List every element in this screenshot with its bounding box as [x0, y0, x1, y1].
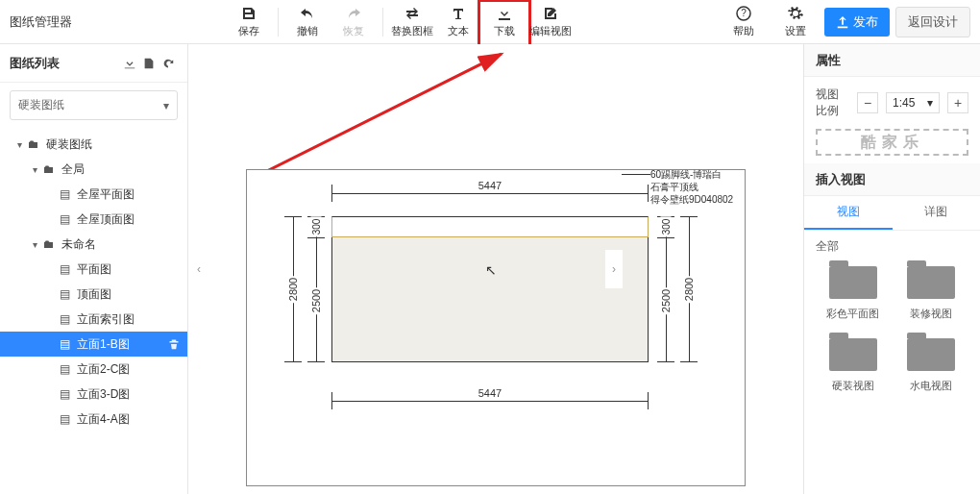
- brand-watermark: 酷家乐: [816, 129, 968, 156]
- insert-tabs: 视图 详图: [804, 196, 980, 231]
- tree-root[interactable]: ▾🖿硬装图纸: [0, 132, 187, 157]
- group-all-label: 全部: [804, 231, 980, 259]
- dim-height-right-outer: 2800: [677, 216, 700, 362]
- edit-view-icon: [542, 5, 559, 22]
- dim-top-seg-right: 300: [654, 216, 677, 237]
- tree-item[interactable]: ▤顶面图: [0, 282, 187, 307]
- dim-width-top: 5447: [331, 182, 649, 205]
- gear-icon: [787, 5, 804, 22]
- page-icon: ▤: [58, 212, 71, 226]
- toolbar-right: ? 帮助 设置 发布 返回设计: [721, 3, 970, 41]
- drawing-canvas[interactable]: ‹ 60踢脚线-博瑞白 石膏平顶线 得令壁纸9D040802 5447 5447…: [188, 44, 803, 494]
- download-button[interactable]: 下载: [481, 3, 527, 41]
- tree-group[interactable]: ▾🖿未命名: [0, 232, 187, 257]
- folder-icon: 🖿: [42, 237, 56, 251]
- thumb-decor-view[interactable]: 装修视图: [898, 266, 966, 321]
- dim-width-bottom: 5447: [331, 389, 649, 412]
- upload-icon: [836, 15, 849, 29]
- tree-item-selected[interactable]: ▤立面1-B图: [0, 332, 187, 357]
- folder-icon: 🖿: [27, 137, 40, 151]
- tree-item[interactable]: ▤立面2-C图: [0, 357, 187, 382]
- page-icon: ▤: [58, 412, 71, 426]
- chevron-down-icon: ▾: [927, 96, 933, 110]
- page-icon: ▤: [58, 387, 71, 401]
- tab-detail[interactable]: 详图: [893, 196, 981, 230]
- redo-button[interactable]: 恢复: [331, 3, 377, 41]
- folder-icon: [829, 266, 877, 299]
- thumb-mep-view[interactable]: 水电视图: [898, 338, 966, 393]
- top-toolbar: 图纸管理器 保存 撤销 恢复 替换图框 文本: [0, 0, 980, 44]
- callout-arrow: [252, 48, 521, 183]
- page-icon: ▤: [58, 262, 71, 276]
- prev-page-button[interactable]: ‹: [190, 250, 208, 288]
- drawing-sheet: 60踢脚线-博瑞白 石膏平顶线 得令壁纸9D040802 5447 5447 2…: [246, 169, 746, 486]
- elevation-ceiling-band: [331, 216, 649, 237]
- undo-button[interactable]: 撤销: [284, 3, 331, 41]
- view-thumbnails: 彩色平面图 装修视图 硬装视图 水电视图: [804, 259, 980, 410]
- tree-item[interactable]: ▤平面图: [0, 257, 187, 282]
- save-icon: [240, 5, 257, 22]
- tab-view[interactable]: 视图: [804, 196, 893, 230]
- replace-frame-button[interactable]: 替换图框: [389, 3, 435, 41]
- folder-icon: [907, 266, 955, 299]
- help-icon: ?: [735, 5, 752, 22]
- drawing-type-select[interactable]: 硬装图纸▾: [10, 90, 178, 120]
- refresh-icon[interactable]: [159, 54, 178, 73]
- swap-icon: [404, 5, 421, 22]
- undo-icon: [299, 5, 316, 22]
- ratio-select[interactable]: 1:45▾: [886, 92, 940, 113]
- folder-icon: 🖿: [42, 162, 56, 176]
- props-header: 属性: [804, 44, 980, 77]
- delete-icon[interactable]: [168, 338, 180, 350]
- chevron-down-icon: ▾: [163, 99, 169, 112]
- drawing-annotation: 60踢脚线-博瑞白 石膏平顶线 得令壁纸9D040802: [650, 168, 766, 206]
- left-sidebar: 图纸列表 硬装图纸▾ ▾🖿硬装图纸 ▾🖿全局 ▤全屋平面图 ▤全屋顶面图 ▾🖿未…: [0, 44, 188, 494]
- download-icon: [496, 5, 513, 22]
- settings-button[interactable]: 设置: [772, 3, 819, 41]
- svg-text:?: ?: [741, 8, 747, 18]
- ratio-plus-button[interactable]: +: [947, 92, 968, 113]
- tree-item[interactable]: ▤全屋平面图: [0, 182, 187, 207]
- back-button[interactable]: 返回设计: [895, 7, 970, 37]
- dim-height-left-inner: 2500: [305, 216, 328, 362]
- drawing-tree: ▾🖿硬装图纸 ▾🖿全局 ▤全屋平面图 ▤全屋顶面图 ▾🖿未命名 ▤平面图 ▤顶面…: [0, 128, 187, 494]
- next-page-button[interactable]: ›: [605, 250, 623, 288]
- import-icon[interactable]: [120, 54, 139, 73]
- text-icon: [450, 5, 467, 22]
- publish-button[interactable]: 发布: [824, 8, 890, 37]
- help-button[interactable]: ? 帮助: [721, 3, 767, 41]
- page-icon: ▤: [58, 287, 71, 301]
- save-button[interactable]: 保存: [226, 3, 272, 41]
- thumb-hard-view[interactable]: 硬装视图: [820, 338, 887, 393]
- sidebar-title: 图纸列表: [10, 55, 120, 72]
- page-icon: ▤: [58, 187, 71, 201]
- page-icon: ▤: [58, 312, 71, 326]
- page-icon: ▤: [58, 337, 71, 351]
- elevation-wall: [331, 216, 649, 362]
- view-ratio-row: 视图比例 − 1:45▾ +: [804, 77, 980, 129]
- tree-item[interactable]: ▤全屋顶面图: [0, 207, 187, 232]
- tree-item[interactable]: ▤立面索引图: [0, 307, 187, 332]
- text-button[interactable]: 文本: [435, 3, 481, 41]
- edit-view-button[interactable]: 编辑视图: [527, 3, 574, 41]
- tree-item[interactable]: ▤立面3-D图: [0, 382, 187, 407]
- insert-view-header: 插入视图: [804, 163, 980, 196]
- add-page-icon[interactable]: [139, 54, 159, 73]
- tree-item[interactable]: ▤立面4-A图: [0, 407, 187, 432]
- sidebar-header: 图纸列表: [0, 44, 187, 83]
- ratio-minus-button[interactable]: −: [857, 92, 878, 113]
- redo-icon: [345, 5, 362, 22]
- dim-height-right-inner: 2500: [654, 216, 677, 362]
- thumb-color-plan[interactable]: 彩色平面图: [820, 266, 887, 321]
- svg-line-2: [252, 54, 502, 179]
- app-title: 图纸管理器: [10, 13, 72, 31]
- folder-icon: [907, 338, 955, 371]
- dim-height-left-outer: 2800: [282, 216, 305, 362]
- folder-icon: [829, 338, 877, 371]
- tree-group[interactable]: ▾🖿全局: [0, 157, 187, 182]
- right-panel: 属性 视图比例 − 1:45▾ + 酷家乐 插入视图 视图 详图 全部 彩色平面…: [803, 44, 980, 494]
- toolbar-main: 保存 撤销 恢复 替换图框 文本 下载: [226, 3, 574, 41]
- page-icon: ▤: [58, 362, 71, 376]
- dim-top-seg-left: 300: [305, 216, 328, 237]
